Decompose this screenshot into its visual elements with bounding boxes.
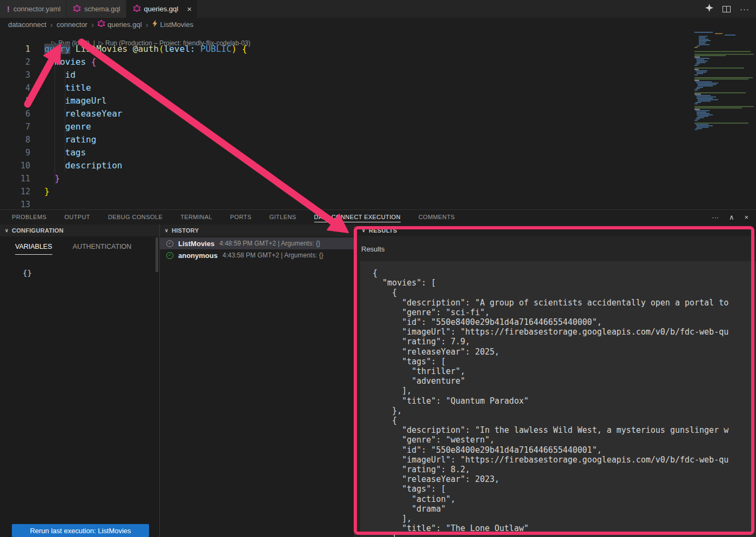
line-number: 9 [0,146,30,159]
configuration-section: ∨ CONFIGURATION VARIABLESAUTHENTICATION … [0,225,160,537]
breadcrumb-label: ListMovies [160,21,193,29]
results-label: Results [361,245,756,253]
code-text: title [44,81,91,94]
breadcrumb-item-connector[interactable]: connector [57,21,87,29]
code-text: tags [44,146,86,159]
code-text: query ListMovies @auth(level: PUBLIC) { [44,43,247,56]
code-line[interactable]: 7 genre [0,120,756,133]
code-line[interactable]: 10 description [0,159,756,172]
panel-tab-comments[interactable]: COMMENTS [418,210,455,225]
code-line[interactable]: 2 movies { [0,56,756,69]
results-json: { "movies": [ { "description": "A group … [360,261,756,537]
minimap[interactable] [693,31,756,130]
history-header[interactable]: ∨ HISTORY [160,225,354,236]
editor-tab-queries.gql[interactable]: queries.gql× [126,0,198,18]
code-text: genre [44,120,91,133]
panel-close-icon[interactable]: × [744,213,748,221]
panel-tab-debug-console[interactable]: DEBUG CONSOLE [108,210,163,225]
code-text: } [44,172,60,185]
more-actions-icon[interactable]: ··· [740,4,750,13]
breadcrumb-label: queries.gql [107,21,142,29]
code-text: } [44,185,50,198]
panel-actions: ··· ∧ × [712,210,748,225]
code-editor[interactable]: ▷ Run (local) | ▷ Run (Production – Proj… [0,31,756,209]
bottom-panel: PROBLEMSOUTPUTDEBUG CONSOLETERMINALPORTS… [0,209,756,537]
line-number: 7 [0,120,30,133]
panel-more-icon[interactable]: ··· [712,213,719,221]
line-number: 10 [0,159,30,172]
breadcrumb-label: connector [57,21,87,29]
panel-tab-gitlens[interactable]: GITLENS [269,210,296,225]
editor-tab-bar: !connector.yamlschema.gqlqueries.gql× [0,0,756,18]
scrollbar-thumb[interactable] [156,237,158,272]
close-tab-icon[interactable]: × [187,5,192,13]
config-tab-variables[interactable]: VARIABLES [15,243,52,255]
code-line[interactable]: 8 rating [0,133,756,146]
tab-label: schema.gql [84,5,120,13]
chevron-down-icon: ∨ [5,228,9,233]
code-line[interactable]: 9 tags [0,146,756,159]
code-text: id [44,69,76,81]
breadcrumb-item-queries.gql[interactable]: queries.gql [98,20,142,29]
panel-tab-ports[interactable]: PORTS [230,210,252,225]
panel-tab-output[interactable]: OUTPUT [64,210,90,225]
code-text: movies { [44,56,96,69]
config-tab-authentication[interactable]: AUTHENTICATION [73,243,132,255]
panel-tab-data-connect-execution[interactable]: DATA CONNECT EXECUTION [314,210,401,225]
history-entry-meta: 4:48:59 PM GMT+2 | Arguments: {} [219,240,320,247]
code-line[interactable]: 11 } [0,172,756,185]
editor-tab-schema.gql[interactable]: schema.gql [66,0,126,18]
panel-tab-problems[interactable]: PROBLEMS [12,210,46,225]
code-line[interactable]: 13 [0,198,756,209]
line-number: 6 [0,107,30,120]
panel-tab-terminal[interactable]: TERMINAL [180,210,212,225]
graphql-icon [133,5,140,13]
history-section: ∨ HISTORY ✓ListMovies4:48:59 PM GMT+2 | … [160,225,355,537]
graphql-icon [73,5,80,13]
breadcrumb-item-dataconnect[interactable]: dataconnect [8,21,46,29]
code-text: releaseYear [44,107,123,120]
code-text: imageUrl [44,94,107,107]
chevron-down-icon: ∨ [362,228,366,233]
code-line[interactable]: 5 imageUrl [0,94,756,107]
code-line[interactable]: 3 id [0,69,756,81]
breadcrumb-item-ListMovies[interactable]: ListMovies [152,20,193,29]
line-number: 12 [0,185,30,198]
yaml-warning-icon: ! [7,5,10,13]
status-check-icon: ✓ [166,240,173,247]
breadcrumb-separator: › [91,20,94,29]
operation-symbol-icon [152,20,158,29]
rerun-button[interactable]: Rerun last execution: ListMovies [12,524,149,537]
results-header[interactable]: ∨ RESULTS [355,225,756,236]
code-line[interactable]: 4 title [0,81,756,94]
line-number: 13 [0,198,30,209]
editor-actions: ··· [705,0,750,18]
line-number: 11 [0,172,30,185]
line-number: 2 [0,56,30,69]
graphql-icon [98,20,105,29]
line-number: 5 [0,94,30,107]
line-number: 4 [0,81,30,94]
results-json-viewer[interactable]: { "movies": [ { "description": "A group … [360,261,756,537]
code-text: description [44,159,123,172]
chevron-down-icon: ∨ [165,228,168,233]
code-line[interactable]: 1query ListMovies @auth(level: PUBLIC) { [0,43,756,56]
panel-maximize-icon[interactable]: ∧ [729,213,734,221]
editor-tab-connector.yaml[interactable]: !connector.yaml [0,0,66,18]
breadcrumb-separator: › [146,20,148,29]
line-number: 3 [0,69,30,81]
history-entry-meta: 4:43:58 PM GMT+2 | Arguments: {} [222,251,323,259]
code-line[interactable]: 12} [0,185,756,198]
split-editor-icon[interactable] [723,6,731,12]
line-number: 1 [0,43,30,56]
sparkle-icon[interactable] [705,4,713,14]
history-entry-anonymous[interactable]: ✓anonymous4:43:58 PM GMT+2 | Arguments: … [160,249,354,261]
history-entry-name: ListMovies [178,240,214,248]
configuration-header[interactable]: ∨ CONFIGURATION [0,225,159,236]
tab-label: connector.yaml [14,5,60,13]
variables-editor[interactable]: {} [23,269,159,277]
line-number: 8 [0,133,30,146]
results-section: ∨ RESULTS Results { "movies": [ { "descr… [355,225,756,537]
history-entry-ListMovies[interactable]: ✓ListMovies4:48:59 PM GMT+2 | Arguments:… [160,237,354,249]
code-line[interactable]: 6 releaseYear [0,107,756,120]
